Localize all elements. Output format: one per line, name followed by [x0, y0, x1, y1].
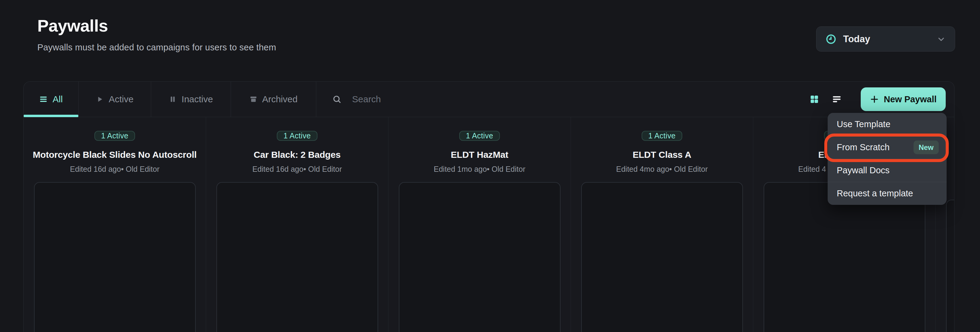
date-filter-button[interactable]: Today [816, 26, 955, 52]
paywall-meta: Edited 16d ago• Old Editor [24, 165, 206, 173]
tabbar-spacer [486, 82, 807, 117]
paywall-preview[interactable] [399, 182, 560, 332]
status-badge: 1 Active [641, 131, 682, 141]
search-input[interactable] [352, 94, 461, 105]
paywall-card[interactable]: 1 Active ELDT Class A Edited 4mo ago• Ol… [571, 117, 753, 332]
paywalls-page: Paywalls Paywalls must be added to campa… [0, 0, 980, 332]
search-icon [332, 94, 342, 104]
new-badge: New [913, 140, 939, 154]
paywall-card-grid: 1 Active Motorcycle Black Slides No Auto… [24, 117, 954, 332]
new-paywall-label: New Paywall [884, 94, 937, 105]
plus-icon [870, 95, 879, 104]
paywall-meta: Edited 1mo ago• Old Editor [388, 165, 571, 173]
tab-archived-label: Archived [262, 94, 298, 105]
paywall-title: Motorcycle Black Slides No Autoscroll [24, 149, 206, 160]
status-badge: 1 Active [277, 131, 317, 141]
tab-archived[interactable]: Archived [231, 82, 316, 117]
grid-view-button[interactable] [807, 92, 821, 106]
paywall-card[interactable]: 1 Active Motorcycle Black Slides No Auto… [24, 117, 206, 332]
date-filter-label: Today [843, 34, 870, 44]
paywall-preview[interactable] [581, 182, 743, 332]
paywall-title: ELDT HazMat [388, 149, 571, 160]
page-subtitle: Paywalls must be added to campaigns for … [37, 43, 276, 52]
paywall-meta: Edited 4mo ago• Old Editor [571, 165, 753, 173]
list-view-button[interactable] [830, 92, 844, 106]
menu-item-from-scratch[interactable]: From Scratch New [828, 136, 947, 159]
chevron-down-icon [937, 35, 946, 44]
tab-all[interactable]: All [24, 82, 79, 117]
menu-item-paywall-docs[interactable]: Paywall Docs [828, 159, 947, 182]
search-box [316, 82, 486, 117]
active-tab-underline [24, 115, 78, 117]
tab-active-label: Active [109, 94, 134, 105]
play-icon [96, 95, 104, 103]
list-view-icon [832, 94, 842, 105]
grid-view-icon [810, 94, 819, 104]
archive-icon [250, 95, 258, 103]
paywall-preview[interactable] [216, 182, 378, 332]
menu-item-use-template[interactable]: Use Template [828, 113, 947, 136]
tab-inactive-label: Inactive [181, 94, 213, 105]
tab-inactive[interactable]: Inactive [151, 82, 231, 117]
list-lines-icon [39, 95, 48, 103]
paywall-card[interactable]: 1 Active Car Black: 2 Badges Edited 16d … [206, 117, 388, 332]
tab-active[interactable]: Active [79, 82, 151, 117]
clock-icon [826, 34, 837, 44]
paywall-preview[interactable] [34, 182, 196, 332]
status-badge: 1 Active [459, 131, 500, 141]
paywall-title: Car Black: 2 Badges [206, 149, 388, 160]
pause-icon [169, 95, 177, 103]
status-badge: 1 Active [94, 131, 135, 141]
new-paywall-menu: Use Template From Scratch New Paywall Do… [828, 113, 947, 205]
tab-all-label: All [52, 94, 62, 105]
paywalls-panel: All Active Inactive [23, 81, 955, 332]
paywall-title: ELDT Class A [571, 149, 753, 160]
paywall-card[interactable]: 1 Active ELDT HazMat Edited 1mo ago• Old… [388, 117, 571, 332]
paywall-meta: Edited 16d ago• Old Editor [206, 165, 388, 173]
menu-item-request-template[interactable]: Request a template [828, 182, 947, 205]
menu-item-from-scratch-label: From Scratch [837, 142, 889, 152]
tab-bar: All Active Inactive [24, 82, 954, 117]
new-paywall-button[interactable]: New Paywall [861, 87, 946, 111]
paywall-preview [946, 200, 955, 332]
page-title: Paywalls [37, 16, 108, 35]
